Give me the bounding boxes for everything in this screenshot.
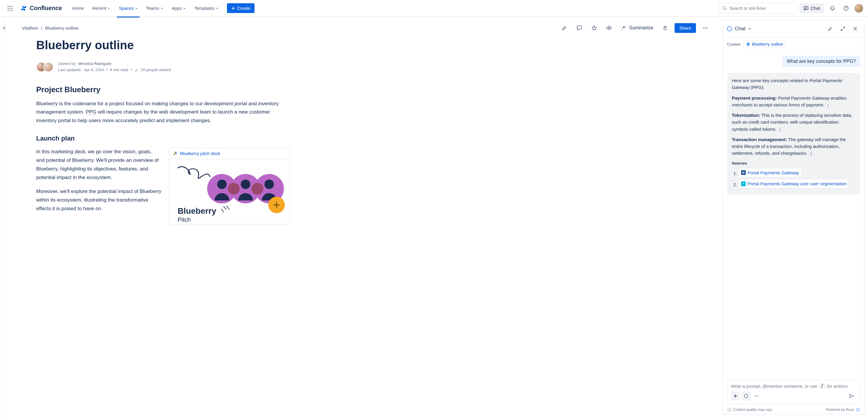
add-context-button[interactable] [731, 392, 740, 400]
chat-context-row: Context Blueberry outline [723, 37, 864, 51]
citation[interactable]: 2 [778, 127, 782, 132]
nav-teams[interactable]: Teams [143, 4, 166, 12]
chevron-down-icon [183, 7, 186, 10]
paragraph: Blueberry is the codename for a project … [36, 100, 290, 125]
notifications-icon[interactable] [827, 3, 838, 13]
ppg-link[interactable]: PPG [86, 109, 96, 115]
nav-home[interactable]: Home [69, 4, 87, 12]
svg-text:W: W [742, 171, 745, 174]
edit-icon[interactable] [559, 23, 570, 33]
star-icon[interactable] [589, 23, 599, 33]
expand-sidebar-button[interactable] [2, 24, 6, 32]
owner-name[interactable]: Veronica Rodriguez [78, 61, 112, 67]
source-link[interactable]: Portal Payments Gateway [748, 169, 799, 176]
page-toolbar: Vitafleet / Blueberry outline Summarize … [5, 17, 723, 36]
view-count[interactable]: 29 people viewed [141, 67, 171, 73]
page-title: Blueberry outline [36, 38, 290, 52]
svg-point-4 [9, 8, 10, 9]
sparkle-icon [621, 25, 627, 31]
comment-icon[interactable] [574, 23, 585, 33]
chevron-down-icon [135, 7, 138, 10]
breadcrumb-page[interactable]: Blueberry outline [45, 26, 79, 31]
embedded-card[interactable]: Blueberry pitch deck [168, 148, 290, 224]
sidebar-collapsed [0, 17, 5, 418]
powered-by: Powered by Rovo [826, 408, 854, 412]
svg-point-1 [9, 6, 10, 6]
bot-message: Here are some key concepts related to Po… [727, 73, 860, 194]
paragraph: In this marketing deck, we go over the v… [36, 148, 161, 182]
svg-point-14 [609, 27, 610, 29]
svg-point-2 [11, 6, 12, 6]
app-switcher-icon[interactable] [5, 3, 16, 13]
chevron-down-icon [216, 7, 219, 10]
citation[interactable]: 1 [826, 103, 830, 107]
quality-note: Content quality may vary [733, 408, 772, 412]
source-link[interactable]: Portal Payments Gateway user user segmen… [748, 180, 847, 187]
card-preview: Blueberry Pitch [169, 159, 290, 224]
watch-icon[interactable] [604, 23, 614, 33]
summarize-button[interactable]: Summarize [619, 23, 656, 33]
create-button[interactable]: Create [227, 3, 254, 13]
confluence-page-icon [741, 182, 746, 186]
send-button[interactable] [847, 392, 856, 400]
confluence-logo[interactable]: Confluence [20, 5, 62, 12]
user-avatar[interactable] [855, 4, 863, 13]
svg-rect-15 [663, 28, 666, 30]
share-button[interactable]: Share [675, 23, 696, 33]
updated-date[interactable]: Apr 8, 2024 [84, 67, 104, 73]
breadcrumb-space[interactable]: Vitafleet [22, 26, 38, 31]
search-field[interactable] [730, 6, 793, 11]
nav-templates[interactable]: Templates [191, 4, 222, 12]
page-meta: Owned by Veronica Rodriguez Last updated… [36, 61, 290, 73]
source-item: Portal Payments Gateway user user segmen… [738, 179, 855, 188]
author-avatars[interactable] [36, 62, 53, 72]
expand-chat-icon[interactable] [837, 24, 848, 34]
chat-messages: What are key concepts for PPG? Here are … [723, 51, 864, 379]
rovo-chat-panel: Chat Context Blueberry outline What are … [723, 20, 864, 414]
brand-name: Confluence [30, 5, 62, 11]
heading-launch: Launch plan [36, 135, 290, 142]
svg-rect-31 [741, 182, 746, 186]
svg-point-0 [8, 6, 9, 6]
svg-point-26 [264, 180, 274, 189]
svg-point-16 [703, 27, 704, 28]
avatar [43, 62, 53, 72]
source-item: W Portal Payments Gateway [738, 168, 855, 177]
agent-button[interactable] [742, 392, 750, 400]
restrictions-icon[interactable] [660, 23, 671, 33]
nav-apps[interactable]: Apps [169, 4, 189, 12]
context-pill[interactable]: Blueberry outline [743, 40, 786, 48]
chat-header: Chat [723, 21, 864, 37]
slash-key: / [819, 383, 825, 389]
sources-heading: Sources [732, 160, 855, 166]
svg-point-8 [11, 10, 12, 11]
page-icon [746, 42, 750, 46]
top-nav: Confluence Home Recent Spaces Teams Apps… [0, 0, 868, 17]
chat-input[interactable]: Write a prompt, @mention someone, or use… [727, 380, 860, 404]
help-icon[interactable] [841, 3, 851, 13]
word-doc-icon: W [741, 170, 746, 175]
analytics-icon [134, 68, 138, 72]
updated-label: Last updated: [58, 67, 82, 73]
nav-recent[interactable]: Recent [89, 4, 114, 12]
rovo-icon [726, 26, 733, 32]
chevron-down-icon[interactable] [748, 27, 751, 31]
more-actions-icon[interactable] [700, 23, 711, 33]
context-label: Context [727, 42, 740, 46]
search-input[interactable] [719, 3, 796, 13]
svg-point-25 [241, 180, 250, 189]
more-tools-button[interactable] [752, 392, 761, 400]
chat-icon [803, 6, 809, 11]
citation[interactable]: 3 [808, 151, 813, 156]
card-sub-text: Pitch [178, 217, 191, 223]
rovo-chat-button[interactable]: Chat [799, 3, 824, 13]
svg-point-6 [8, 10, 9, 11]
svg-point-3 [8, 8, 9, 9]
info-icon [727, 408, 731, 412]
close-chat-icon[interactable] [850, 24, 861, 34]
edit-chat-icon[interactable] [825, 24, 836, 34]
svg-point-23 [252, 183, 264, 195]
card-title-link[interactable]: Blueberry pitch deck [180, 151, 220, 156]
google-drive-icon [173, 151, 178, 156]
nav-spaces[interactable]: Spaces [116, 4, 141, 12]
